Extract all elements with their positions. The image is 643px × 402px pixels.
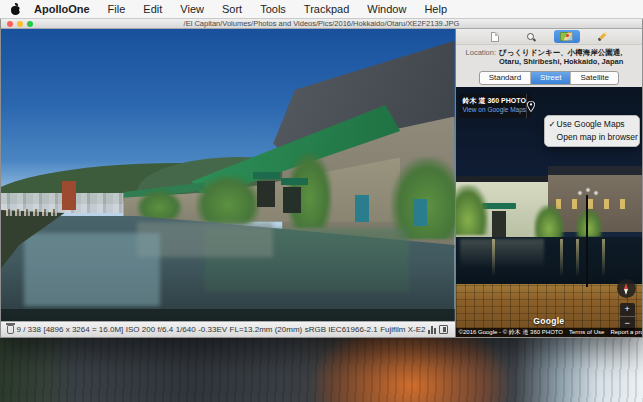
search-tool-button[interactable]	[518, 30, 544, 43]
status-bar: 9 / 338 [4896 x 3264 = 16.0M] ISO 200 f/…	[1, 321, 455, 337]
menu-trackpad[interactable]: Trackpad	[295, 0, 358, 18]
info-tool-button[interactable]	[482, 30, 508, 43]
photo-red-building	[62, 181, 76, 210]
trash-icon[interactable]	[7, 325, 14, 334]
location-value: びっくりドンキー、小樽海岸公園通, Otaru, Shiribeshi, Hok…	[499, 48, 634, 66]
apple-menu-icon[interactable]	[10, 3, 21, 15]
compass-needle-south	[624, 289, 628, 295]
status-aperture: f/6.4	[158, 325, 174, 334]
sv-foliage	[534, 205, 564, 239]
status-dimensions: [4896 x 3264 = 16.0M]	[43, 325, 123, 334]
terms-of-use-link[interactable]: Terms of Use	[566, 328, 607, 337]
photo-window	[257, 181, 275, 207]
menu-sort[interactable]: Sort	[213, 0, 251, 18]
status-shutter: 1/640	[176, 325, 196, 334]
status-color-profile: sRGB IEC61966-2.1	[305, 325, 378, 334]
window-title: /El Capitan/Volumes/Photos and Videos/Pi…	[1, 19, 642, 29]
context-menu-label: Open map in browser	[557, 132, 638, 143]
menu-tools[interactable]: Tools	[251, 0, 295, 18]
checkmark-icon: ✓	[548, 119, 557, 130]
apolloone-window: /El Capitan/Volumes/Photos and Videos/Pi…	[0, 19, 643, 338]
sv-reflection	[602, 239, 605, 277]
status-camera-model: Fujifilm X-E2	[380, 325, 425, 334]
sv-reflection	[492, 239, 495, 277]
status-position: 9 / 338	[16, 325, 40, 334]
location-row: Location: びっくりドンキー、小樽海岸公園通, Otaru, Shiri…	[456, 44, 642, 68]
tab-standard[interactable]: Standard	[480, 72, 531, 84]
map-attribution-bar: ©2016 Google - © 鈴木 道 360 PHOTO Terms of…	[456, 328, 642, 337]
document-icon	[491, 32, 499, 42]
streetview-canvas[interactable]: 鈴木 道 360 PHOTO View on Google Maps ✓ Use…	[456, 87, 642, 337]
google-logo: Google	[456, 316, 642, 326]
pin-button[interactable]	[526, 94, 535, 118]
compass-control[interactable]	[617, 279, 636, 298]
inspector-toolbar	[456, 29, 642, 44]
sv-reflection	[460, 239, 544, 269]
sv-street-lamp	[586, 195, 588, 287]
photo-ivy	[196, 175, 260, 225]
context-menu-item-open-in-browser[interactable]: Open map in browser	[545, 131, 639, 144]
zoom-in-button[interactable]: +	[620, 303, 635, 317]
map-pin-icon	[527, 101, 535, 112]
photo-teal-door	[355, 195, 370, 221]
menu-file[interactable]: File	[99, 0, 135, 18]
side-panel-icon[interactable]	[439, 325, 448, 334]
map-tabs-row: Standard Street Satellite	[456, 68, 642, 87]
view-on-google-maps-link[interactable]: View on Google Maps	[463, 105, 526, 114]
report-a-problem-link[interactable]: Report a problem	[607, 328, 642, 337]
context-menu: ✓ Use Google Maps Open map in browser	[544, 115, 640, 147]
photo-awning	[253, 172, 280, 178]
menu-bar: ApolloOne File Edit View Sort Tools Trac…	[0, 0, 643, 19]
map-icon	[560, 32, 573, 41]
copyright-text: ©2016 Google - © 鈴木 道 360 PHOTO	[456, 328, 566, 337]
sv-foliage	[456, 185, 488, 235]
menu-window[interactable]: Window	[358, 0, 415, 18]
location-label: Location:	[466, 48, 496, 66]
menu-view[interactable]: View	[171, 0, 213, 18]
streetview-author: 鈴木 道 360 PHOTO	[463, 97, 526, 105]
photo-bottom-shade	[1, 309, 455, 321]
search-icon	[526, 32, 536, 42]
pencil-icon	[597, 32, 607, 42]
sv-reflection	[560, 239, 563, 277]
menu-help[interactable]: Help	[415, 0, 456, 18]
menu-apolloone[interactable]: ApolloOne	[25, 0, 99, 18]
status-ev: -0.33EV	[198, 325, 227, 334]
photo-ivy	[287, 152, 332, 228]
sv-reflection	[576, 239, 579, 277]
edit-tool-button[interactable]	[589, 30, 615, 43]
tab-satellite[interactable]: Satellite	[571, 72, 617, 84]
menu-edit[interactable]: Edit	[134, 0, 171, 18]
sv-foliage	[576, 209, 602, 237]
context-menu-item-use-google-maps[interactable]: ✓ Use Google Maps	[545, 118, 639, 131]
sv-lamp-glow	[574, 185, 602, 199]
map-type-segmented-control: Standard Street Satellite	[479, 71, 619, 85]
sv-lit-windows	[556, 199, 636, 209]
sv-door	[492, 211, 506, 237]
title-bar[interactable]: /El Capitan/Volumes/Photos and Videos/Pi…	[1, 19, 642, 29]
histogram-icon[interactable]	[428, 325, 437, 334]
checkmark-icon	[548, 132, 557, 143]
photo-people	[6, 209, 60, 216]
photo-reflection	[24, 233, 160, 306]
streetview-author-box: 鈴木 道 360 PHOTO View on Google Maps	[459, 94, 531, 118]
tab-street[interactable]: Street	[531, 72, 571, 84]
map-tool-button[interactable]	[554, 30, 580, 43]
inspector-panel: Location: びっくりドンキー、小樽海岸公園通, Otaru, Shiri…	[455, 29, 642, 337]
photo-canvas[interactable]	[1, 29, 455, 321]
context-menu-label: Use Google Maps	[557, 119, 625, 130]
status-iso: ISO 200	[126, 325, 155, 334]
status-focal-length: FL=13.2mm (20mm)	[230, 325, 303, 334]
photo-ivy	[137, 190, 182, 219]
